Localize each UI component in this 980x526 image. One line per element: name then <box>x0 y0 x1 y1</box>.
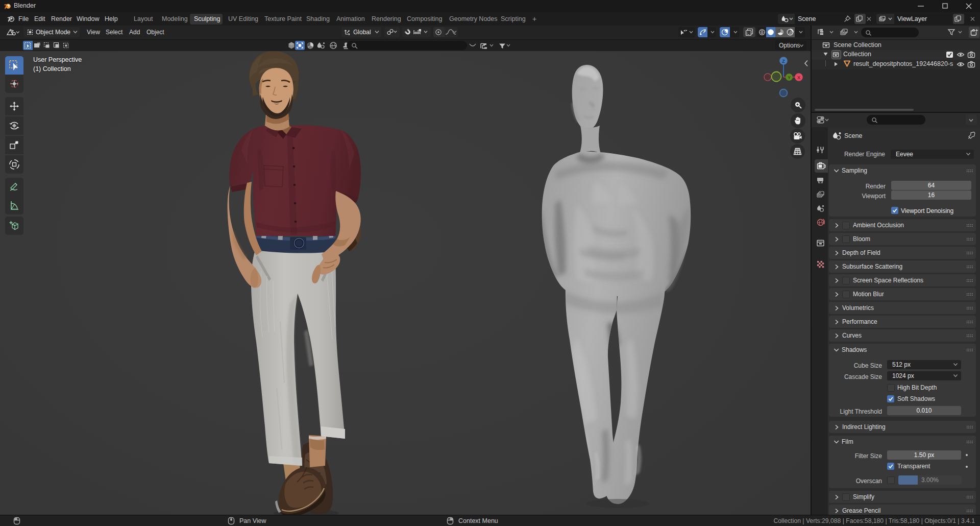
svg-text:Z: Z <box>782 59 785 64</box>
svg-text:X: X <box>797 75 800 80</box>
svg-text:Y: Y <box>788 75 791 80</box>
